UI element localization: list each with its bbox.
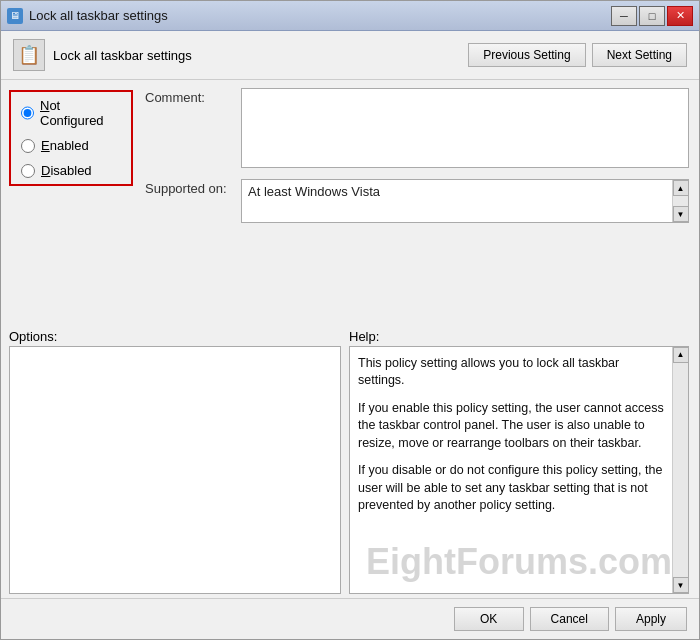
title-controls: ─ □ ✕ (611, 6, 693, 26)
radio-disabled[interactable]: Disabled (21, 163, 121, 178)
help-paragraph-3: If you disable or do not configure this … (358, 462, 668, 515)
help-content: This policy setting allows you to lock a… (350, 347, 688, 594)
radio-enabled-label: Enabled (41, 138, 89, 153)
help-scrollbar: ▲ ▼ (672, 347, 688, 594)
options-title: Options: (9, 329, 349, 344)
help-scroll-up[interactable]: ▲ (673, 347, 689, 363)
content: 📋 Lock all taskbar settings Previous Set… (1, 31, 699, 639)
supported-on-row: Supported on: At least Windows Vista ▲ ▼ (145, 179, 689, 223)
help-title: Help: (349, 329, 689, 344)
minimize-button[interactable]: ─ (611, 6, 637, 26)
supported-scrollbar: ▲ ▼ (672, 180, 688, 222)
bottom-bar: OK Cancel Apply (1, 598, 699, 639)
help-paragraph-1: This policy setting allows you to lock a… (358, 355, 668, 390)
title-text: Lock all taskbar settings (29, 8, 168, 23)
help-section: This policy setting allows you to lock a… (349, 346, 689, 595)
close-button[interactable]: ✕ (667, 6, 693, 26)
options-box (9, 346, 341, 595)
help-scroll-down[interactable]: ▼ (673, 577, 689, 593)
cancel-button[interactable]: Cancel (530, 607, 609, 631)
radio-enabled-input[interactable] (21, 139, 35, 153)
radio-not-configured[interactable]: Not Configured (21, 98, 121, 128)
supported-on-box: At least Windows Vista ▲ ▼ (241, 179, 689, 223)
next-setting-button[interactable]: Next Setting (592, 43, 687, 67)
maximize-button[interactable]: □ (639, 6, 665, 26)
right-panel: Comment: Supported on: At least Windows … (141, 80, 699, 329)
help-paragraph-2: If you enable this policy setting, the u… (358, 400, 668, 453)
header-buttons: Previous Setting Next Setting (468, 43, 687, 67)
help-box: This policy setting allows you to lock a… (349, 346, 689, 595)
radio-disabled-label: Disabled (41, 163, 92, 178)
comment-textarea[interactable] (241, 88, 689, 168)
radio-group: Not Configured Enabled Disabled (9, 90, 133, 186)
radio-enabled[interactable]: Enabled (21, 138, 121, 153)
title-bar: 🖥 Lock all taskbar settings ─ □ ✕ (1, 1, 699, 31)
window: 🖥 Lock all taskbar settings ─ □ ✕ 📋 Lock… (0, 0, 700, 640)
policy-icon: 📋 (13, 39, 45, 71)
main-area: Not Configured Enabled Disabled Comment: (1, 80, 699, 329)
comment-control (241, 88, 689, 171)
options-section (9, 346, 349, 595)
window-icon: 🖥 (7, 8, 23, 24)
scroll-up-arrow[interactable]: ▲ (673, 180, 689, 196)
apply-button[interactable]: Apply (615, 607, 687, 631)
left-panel: Not Configured Enabled Disabled (1, 80, 141, 329)
help-label: Help: (349, 329, 379, 344)
options-label: Options: (9, 329, 57, 344)
labels-row: Options: Help: (1, 329, 699, 346)
header-left: 📋 Lock all taskbar settings (13, 39, 192, 71)
radio-disabled-input[interactable] (21, 164, 35, 178)
header-bar: 📋 Lock all taskbar settings Previous Set… (1, 31, 699, 80)
ok-button[interactable]: OK (454, 607, 524, 631)
supported-on-label: Supported on: (145, 179, 235, 196)
supported-on-value: At least Windows Vista (242, 180, 688, 203)
options-help-area: This policy setting allows you to lock a… (1, 346, 699, 599)
scroll-track (673, 196, 688, 206)
title-bar-left: 🖥 Lock all taskbar settings (7, 8, 168, 24)
radio-not-configured-input[interactable] (21, 106, 34, 120)
comment-label: Comment: (145, 88, 235, 105)
help-scroll-track (673, 363, 688, 578)
supported-on-control: At least Windows Vista ▲ ▼ (241, 179, 689, 223)
comment-row: Comment: (145, 88, 689, 171)
header-title: Lock all taskbar settings (53, 48, 192, 63)
previous-setting-button[interactable]: Previous Setting (468, 43, 585, 67)
radio-not-configured-label: Not Configured (40, 98, 121, 128)
scroll-down-arrow[interactable]: ▼ (673, 206, 689, 222)
